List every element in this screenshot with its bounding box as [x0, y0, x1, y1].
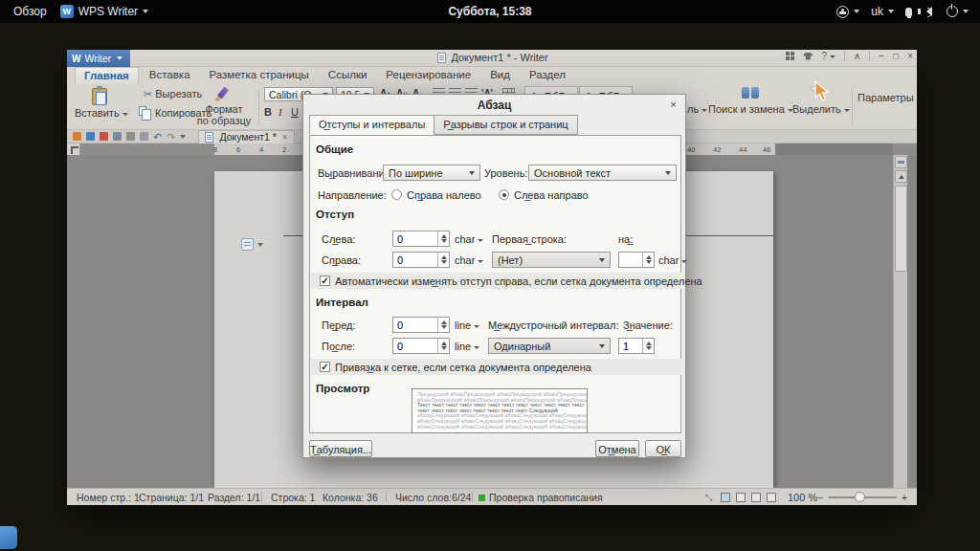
by-unit[interactable]: char: [658, 254, 687, 266]
tab-line-page-breaks[interactable]: Р̲азрывы строк и страниц: [434, 115, 577, 135]
spinner-arrows[interactable]: [642, 253, 654, 267]
spinner-arrows[interactable]: [437, 231, 449, 246]
chevron-down-icon: [702, 109, 707, 112]
format-painter-button[interactable]: Форматпо образцу: [189, 103, 258, 126]
options-panel-button[interactable]: Параметры: [858, 92, 914, 103]
dialog-close-button[interactable]: ×: [666, 98, 680, 112]
zoom-in-button[interactable]: +: [902, 492, 907, 503]
view-outline-icon[interactable]: [736, 493, 746, 502]
rtl-label: Сп̲рава налево: [407, 189, 481, 201]
view-web-icon[interactable]: [751, 493, 761, 502]
select-button[interactable]: Выделить: [792, 103, 850, 115]
by-spinbox[interactable]: [618, 252, 655, 268]
radio-ltr[interactable]: [499, 189, 509, 200]
tab-insert[interactable]: Вставка: [141, 67, 199, 84]
writer-corner-tab[interactable]: W Writer: [67, 50, 130, 67]
dock-app-icon[interactable]: [0, 526, 17, 549]
paste-button[interactable]: Вставить: [75, 107, 128, 119]
close-tab-icon[interactable]: ×: [282, 132, 288, 143]
print-preview-icon[interactable]: [126, 132, 135, 141]
cancel-button[interactable]: От̲мена: [595, 440, 639, 457]
menu-icon[interactable]: [73, 132, 81, 141]
after-unit[interactable]: line: [455, 341, 479, 352]
snap-grid-label: Привяз̲ка к сетке, если сетка документа …: [335, 362, 591, 373]
close-button[interactable]: ×: [907, 51, 913, 61]
indent-left-unit[interactable]: char: [455, 233, 483, 245]
tab-view[interactable]: Вид: [481, 67, 519, 84]
indent-left-spinbox[interactable]: [392, 231, 450, 247]
system-menu[interactable]: [905, 6, 969, 17]
window-titlebar[interactable]: W Writer Документ1 * - Writer ? ∧ − □ ×: [67, 50, 917, 67]
layout-grid-icon[interactable]: [786, 52, 794, 60]
cut-button[interactable]: ✂ Вырезать: [144, 88, 202, 100]
format-painter-small-icon[interactable]: [140, 132, 148, 141]
accessibility-menu[interactable]: [836, 6, 859, 18]
level-combo[interactable]: Основной текст: [528, 165, 677, 181]
tab-home[interactable]: Главная: [75, 67, 139, 84]
status-word-count[interactable]: Число слов:6/24: [395, 492, 471, 503]
radio-rtl[interactable]: [391, 189, 402, 200]
indent-right-spinbox[interactable]: [392, 252, 450, 268]
ok-button[interactable]: О̲К: [645, 440, 681, 457]
italic-button[interactable]: I: [278, 106, 282, 118]
minimize-button[interactable]: −: [879, 51, 884, 61]
writer-corner-label: Writer: [84, 53, 111, 64]
first-line-combo[interactable]: (Нет): [492, 252, 611, 268]
undo-icon[interactable]: ↶: [153, 132, 162, 142]
before-unit[interactable]: line: [455, 320, 479, 331]
ruler-toggle-icon[interactable]: [895, 156, 907, 168]
tab-review[interactable]: Рецензирование: [377, 67, 479, 84]
maximize-button[interactable]: □: [893, 51, 899, 61]
zoom-out-button[interactable]: −: [817, 492, 823, 503]
spinner-arrows[interactable]: [642, 339, 654, 353]
status-spellcheck[interactable]: Проверка правописания: [489, 492, 603, 503]
underline-button[interactable]: U: [291, 106, 299, 118]
spinner-arrows[interactable]: [437, 318, 449, 332]
style-partial-button[interactable]: ль: [687, 103, 707, 115]
auto-indent-checkbox[interactable]: [320, 276, 330, 286]
fit-page-icon[interactable]: ⤡: [705, 493, 715, 502]
dialog-title: Абзац: [303, 95, 685, 114]
zoom-level[interactable]: 100 %: [788, 492, 817, 503]
clock[interactable]: Суббота, 15:38: [0, 5, 980, 18]
indent-right-unit[interactable]: char: [455, 254, 483, 266]
chevron-down-icon[interactable]: [257, 243, 263, 247]
scissors-icon: ✂: [144, 88, 152, 99]
paste-options-floatie[interactable]: [241, 238, 254, 251]
tab-page-layout[interactable]: Разметка страницы: [201, 67, 318, 84]
scrollbar-thumb[interactable]: [895, 186, 907, 272]
spinner-arrows[interactable]: [437, 253, 449, 267]
tabs-button[interactable]: Т̲абуляция...: [309, 440, 372, 457]
document-tab[interactable]: Документ1 * ×: [198, 130, 294, 143]
tab-indents-spacing[interactable]: О̲тступы и интервалы: [309, 115, 434, 135]
zoom-slider-knob[interactable]: [855, 492, 865, 502]
scroll-up-icon[interactable]: [895, 170, 907, 183]
after-spinbox[interactable]: [392, 338, 450, 354]
print-icon[interactable]: [113, 132, 122, 141]
redo-icon[interactable]: ↷: [167, 132, 175, 142]
view-mode-icon[interactable]: [721, 493, 730, 502]
alignment-combo[interactable]: По ширине: [383, 165, 480, 181]
snap-grid-checkbox[interactable]: [320, 362, 330, 372]
dialog-tabs: О̲тступы и интервалы Р̲азрывы строк и ст…: [309, 115, 577, 135]
export-pdf-icon[interactable]: [100, 132, 108, 141]
before-spinbox[interactable]: [392, 317, 450, 333]
alignment-label: Вы̲равнивание:: [318, 167, 393, 179]
collapse-ribbon-button[interactable]: ∧: [854, 51, 860, 61]
vertical-scrollbar[interactable]: [893, 155, 907, 488]
tab-stop-selector[interactable]: [67, 143, 80, 155]
view-fullscreen-icon[interactable]: [767, 493, 776, 502]
spinner-arrows[interactable]: [437, 339, 449, 353]
line-spacing-combo[interactable]: Одинарный: [488, 338, 611, 354]
bold-button[interactable]: B: [264, 106, 272, 118]
tab-references[interactable]: Ссылки: [320, 67, 376, 84]
by-label: на̲:: [618, 233, 633, 245]
keyboard-layout-menu[interactable]: uk: [871, 5, 894, 18]
skin-theme-icon[interactable]: [803, 53, 813, 60]
chevron-down-icon[interactable]: [180, 135, 186, 139]
help-button[interactable]: ?: [821, 51, 835, 61]
save-icon[interactable]: [86, 132, 95, 141]
value-spinbox[interactable]: [618, 338, 655, 354]
tab-section[interactable]: Раздел: [521, 67, 574, 84]
find-replace-button[interactable]: Поиск и замена: [708, 103, 793, 115]
